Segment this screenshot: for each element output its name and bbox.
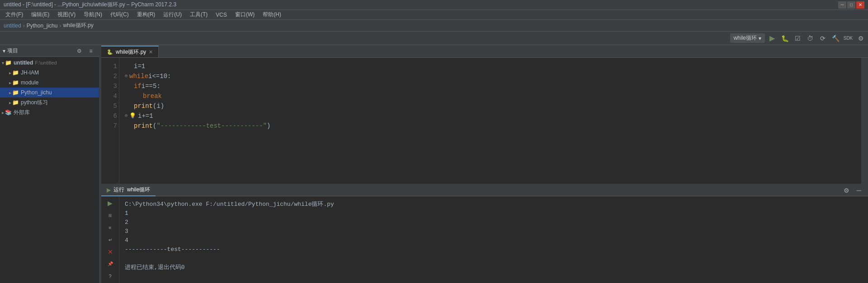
sdk-button[interactable]: SDK <box>843 33 854 44</box>
menu-edit[interactable]: 编辑(E) <box>28 10 53 19</box>
run-rerun-button[interactable]: ▶ <box>105 198 116 209</box>
line-numbers: 1 2 3 4 5 6 7 <box>101 58 119 184</box>
file-tab-while[interactable]: 🐍 while循环.py ✕ <box>101 46 159 57</box>
code-line-1: i=1 <box>125 61 856 71</box>
minimize-button[interactable]: ─ <box>838 1 846 9</box>
print-fn-7: print <box>134 121 153 131</box>
coverage-button[interactable]: ☑ <box>792 33 803 44</box>
jhiam-label: JH-IAM <box>21 70 39 76</box>
if-kw: if <box>134 81 142 91</box>
run-stop-button[interactable]: ■ <box>105 210 116 221</box>
code-text-6: i+=1 <box>138 111 153 121</box>
run-tab-name: while循环 <box>127 186 150 194</box>
project-header-title: ▾ 项目 <box>3 47 18 55</box>
project-layout-icon[interactable]: ≡ <box>85 46 96 56</box>
bottom-content: ▶ ■ ≡ ↵ ✕ 📌 ? C:\Python34\python.exe F:/… <box>101 196 868 283</box>
refactor-button[interactable]: ⟳ <box>817 33 828 44</box>
run-help-button[interactable]: ? <box>105 271 116 281</box>
code-line-2: ⊖ while i<=10: <box>125 71 856 81</box>
code-line-6: ⊖ 💡 i+=1 <box>125 111 856 121</box>
project-title: 项目 <box>7 47 18 55</box>
code-line-4: break <box>125 91 856 101</box>
project-header-icons: ⚙ ≡ <box>74 46 96 56</box>
maximize-button[interactable]: □ <box>847 1 855 9</box>
breadcrumb-untitled[interactable]: untitled <box>4 23 21 29</box>
run-button[interactable]: ▶ <box>767 33 778 44</box>
tree-item-module[interactable]: ▸ 📁 module <box>0 78 99 88</box>
project-settings-icon[interactable]: ⚙ <box>74 46 85 56</box>
settings-button[interactable]: ⚙ <box>855 33 866 44</box>
project-panel: ▾ 项目 ⚙ ≡ ▾ 📁 untitled F:\untitled ▸ 📁 JH… <box>0 45 99 283</box>
menu-run[interactable]: 运行(U) <box>160 10 185 19</box>
profile-button[interactable]: ⏱ <box>805 33 816 44</box>
menu-help[interactable]: 帮助(H) <box>259 10 285 19</box>
console-out-2: 2 <box>125 218 863 227</box>
python-jichu-folder-icon: 📁 <box>12 89 19 96</box>
bottom-tabs: ▶ 运行 while循环 ⚙ ─ <box>101 185 868 196</box>
editor-area: 🐍 while循环.py ✕ 1 2 3 4 5 6 7 <box>101 45 868 184</box>
line-num-4: 4 <box>103 91 117 101</box>
bottom-settings-icon[interactable]: ⚙ <box>841 185 852 196</box>
python-practice-label: python练习 <box>21 99 48 107</box>
menu-refactor[interactable]: 重构(R) <box>133 10 159 19</box>
while-kw: while <box>129 71 148 81</box>
file-tab-icon: 🐍 <box>107 49 113 55</box>
run-config-selector[interactable]: while循环 ▾ <box>730 33 765 43</box>
run-pin-button[interactable]: 📌 <box>105 259 116 269</box>
tree-item-python-jichu[interactable]: ▸ 📁 Python_jichu <box>0 88 99 97</box>
run-config-label: while循环 <box>734 34 757 42</box>
console-exit-msg: 进程已结束,退出代码0 <box>125 263 863 272</box>
module-folder-icon: 📁 <box>12 79 19 86</box>
file-tab-close[interactable]: ✕ <box>149 49 153 55</box>
console-output: C:\Python34\python.exe F:/untitled/Pytho… <box>119 196 868 283</box>
breadcrumb-python-jichu[interactable]: Python_jichu <box>27 23 58 29</box>
extlib-arrow: ▸ <box>2 110 4 115</box>
breadcrumb-file[interactable]: while循环.py <box>63 22 93 29</box>
close-button[interactable]: ✕ <box>856 1 864 9</box>
code-editor[interactable]: 1 2 3 4 5 6 7 i=1 ⊖ <box>101 58 868 184</box>
run-config-chevron: ▾ <box>759 35 761 42</box>
while-cond: i<=10: <box>148 71 171 81</box>
tree-item-jhiam[interactable]: ▸ 📁 JH-IAM <box>0 68 99 78</box>
project-tree: ▾ 📁 untitled F:\untitled ▸ 📁 JH-IAM ▸ 📁 … <box>0 57 99 283</box>
code-line-5: print (i) <box>125 101 856 111</box>
python-jichu-label: Python_jichu <box>21 89 52 96</box>
print-paren-close: ) <box>267 121 270 131</box>
main-content: ▾ 项目 ⚙ ≡ ▾ 📁 untitled F:\untitled ▸ 📁 JH… <box>0 45 868 283</box>
python-practice-arrow: ▸ <box>9 100 11 105</box>
extlib-label: 外部库 <box>14 109 30 116</box>
menu-code[interactable]: 代码(C) <box>107 10 132 19</box>
nav-bar: untitled › Python_jichu › while循环.py <box>0 20 868 32</box>
toolbar-right: while循环 ▾ ▶ 🐛 ☑ ⏱ ⟳ 🔨 SDK ⚙ <box>730 33 866 44</box>
menu-bar: 文件(F) 编辑(E) 视图(V) 导航(N) 代码(C) 重构(R) 运行(U… <box>0 10 868 20</box>
print-str-7: "------------test-----------" <box>156 121 267 131</box>
console-out-3: 3 <box>125 227 863 236</box>
fold-icon-6[interactable]: ⊖ <box>125 111 127 121</box>
tree-root[interactable]: ▾ 📁 untitled F:\untitled <box>0 58 99 68</box>
console-command-line: C:\Python34\python.exe F:/untitled/Pytho… <box>125 200 863 209</box>
menu-tools[interactable]: 工具(T) <box>186 10 211 19</box>
menu-navigate[interactable]: 导航(N) <box>80 10 106 19</box>
bottom-collapse-icon[interactable]: ─ <box>854 185 864 196</box>
run-wrap-button[interactable]: ↵ <box>105 235 116 245</box>
menu-view[interactable]: 视图(V) <box>54 10 79 19</box>
print-fn-5: print <box>134 101 153 111</box>
print-args-5: (i) <box>153 101 164 111</box>
tree-item-external-libs[interactable]: ▸ 📚 外部库 <box>0 107 99 117</box>
run-scroll-button[interactable]: ≡ <box>105 223 116 233</box>
jhiam-arrow: ▸ <box>9 70 11 75</box>
menu-file[interactable]: 文件(F) <box>2 10 27 19</box>
run-close-button[interactable]: ✕ <box>105 246 116 257</box>
menu-window[interactable]: 窗口(W) <box>231 10 258 19</box>
build-button[interactable]: 🔨 <box>830 33 841 44</box>
line-num-3: 3 <box>103 81 117 91</box>
title-bar: untitled - [F:\untitled] - ...Python_jic… <box>0 0 868 10</box>
menu-vcs[interactable]: VCS <box>212 11 231 19</box>
console-out-test: ------------test----------- <box>125 245 863 254</box>
run-toolbar: ▶ ■ ≡ ↵ ✕ 📌 ? <box>101 196 119 283</box>
tree-item-python-practice[interactable]: ▸ 📁 python练习 <box>0 97 99 107</box>
bottom-tab-run[interactable]: ▶ 运行 while循环 <box>101 185 156 196</box>
lightbulb-icon-6[interactable]: 💡 <box>129 111 136 121</box>
debug-button[interactable]: 🐛 <box>779 33 790 44</box>
fold-icon-2[interactable]: ⊖ <box>125 71 127 81</box>
